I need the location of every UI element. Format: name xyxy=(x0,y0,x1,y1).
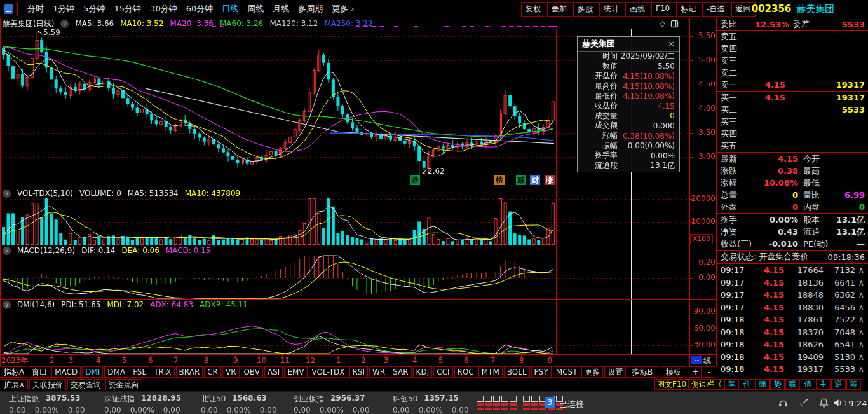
period-tab-1分钟[interactable]: 1分钟 xyxy=(53,3,74,15)
panel-tab-关联报价[interactable]: 关联报价 xyxy=(29,379,66,390)
indicator-tab-更多[interactable]: 更多 xyxy=(581,366,603,378)
status-index-北证50[interactable]: 北证501568.630.000.00%0.00 xyxy=(201,394,277,414)
button-+[interactable]: + xyxy=(689,366,702,378)
indicator-tab-OBV[interactable]: OBV xyxy=(241,366,264,378)
indicator-tab-FSL[interactable]: FSL xyxy=(130,366,149,378)
period-tab-30分钟[interactable]: 30分钟 xyxy=(150,3,177,15)
chart-badge-财[interactable]: 财 xyxy=(530,175,540,185)
indicator-tab-VOL-TDX[interactable]: VOL-TDX xyxy=(309,366,348,378)
indicator-tab-设置[interactable]: 设置 xyxy=(604,366,626,378)
chevron-down-icon[interactable]: ∨ xyxy=(3,190,11,198)
sidebar-tab-笔[interactable]: 笔 xyxy=(724,379,739,390)
button-侧边栏《[interactable]: 侧边栏《 xyxy=(689,379,724,390)
panel-tab-交易查询[interactable]: 交易查询 xyxy=(67,379,104,390)
sidebar-tab-筹[interactable]: 筹 xyxy=(846,379,861,390)
indicator-tab-EMV[interactable]: EMV xyxy=(284,366,307,378)
sidebar-tab-主[interactable]: 主 xyxy=(816,379,831,390)
toolbar-button-复权[interactable]: 复权 xyxy=(521,2,545,17)
period-tab-周线[interactable]: 周线 xyxy=(247,3,264,15)
chart-badge-减[interactable]: 减 xyxy=(516,175,526,185)
bell-icon[interactable] xyxy=(818,397,829,408)
indicator-tab-SAR[interactable]: SAR xyxy=(390,366,411,378)
chart-badge-涨[interactable]: 涨 xyxy=(545,175,555,185)
button-模板[interactable]: 模板 xyxy=(661,366,686,378)
scrollbar-thumb[interactable]: -- xyxy=(691,356,702,364)
indicator-tab-MACD[interactable]: MACD xyxy=(51,366,81,378)
secondary-tab-bar: 扩展∧关联报价交易查询资金流向 图文F10侧边栏《笔价细势联值主逆筹 xyxy=(0,379,868,390)
status-index-上证指数[interactable]: 上证指数3875.530.000.00%0.00 xyxy=(9,394,85,414)
sidebar-tab-逆[interactable]: 逆 xyxy=(831,379,846,390)
indicator-tab-DMI[interactable]: DMI xyxy=(82,366,103,378)
chevron-down-icon[interactable]: ∨ xyxy=(3,247,11,255)
period-tab-60分钟[interactable]: 60分钟 xyxy=(186,3,214,15)
period-tab-分时[interactable]: 分时 xyxy=(27,3,44,15)
chart-badge-榜[interactable]: 榜 xyxy=(494,175,505,185)
satellite-dish-icon[interactable] xyxy=(798,397,809,408)
indicator-tab-DMA[interactable]: DMA xyxy=(104,366,128,378)
month-label-2: 2 xyxy=(50,356,55,366)
level-label: 买五 xyxy=(721,141,745,152)
indicator-tab-ASI[interactable]: ASI xyxy=(264,366,283,378)
toolbar-button-画线[interactable]: 画线 xyxy=(625,2,649,17)
speaker-icon[interactable] xyxy=(832,397,843,408)
toolbar-button-F10[interactable]: F10 xyxy=(651,2,674,17)
panel-tab-资金流向[interactable]: 资金流向 xyxy=(105,379,142,390)
indicator-tab-CCI[interactable]: CCI xyxy=(433,366,452,378)
tooltip-label: 成交额 xyxy=(582,120,618,131)
toolbar-button-统计[interactable]: 统计 xyxy=(599,2,623,17)
indicator-tab-TRIX[interactable]: TRIX xyxy=(151,366,174,378)
sidebar-tab-值[interactable]: 值 xyxy=(801,379,815,390)
status-index-创业板指[interactable]: 创业板指2956.370.000.00%0.00 xyxy=(294,394,370,414)
level-label: 买三 xyxy=(721,116,745,128)
button--[interactable]: - xyxy=(703,366,715,378)
indicator-tab-MTM[interactable]: MTM xyxy=(478,366,503,378)
toolbar-button-多股[interactable]: 多股 xyxy=(573,2,597,17)
month-label-10: 10 xyxy=(257,356,266,366)
connection-badge[interactable]: 3 xyxy=(545,397,555,408)
button-指标B[interactable]: 指标B xyxy=(627,366,658,378)
month-label-1: 1 xyxy=(336,356,341,366)
indicator-tab-窗口[interactable]: 窗口 xyxy=(29,366,50,378)
indicator-tab-BRAR[interactable]: BRAR xyxy=(176,366,203,378)
indicator-tab-指标A[interactable]: 指标A xyxy=(1,366,27,378)
sidebar-tab-势[interactable]: 势 xyxy=(770,379,785,390)
indicator-tab-BOLL[interactable]: BOLL xyxy=(504,366,530,378)
period-tab-15分钟[interactable]: 15分钟 xyxy=(114,3,142,15)
chart-badge-跌[interactable]: 跌 xyxy=(410,175,420,185)
diamond-icon[interactable]: ◇ xyxy=(660,19,665,28)
toolbar-button-叠加[interactable]: 叠加 xyxy=(547,2,571,17)
indicator-tab-PSY[interactable]: PSY xyxy=(531,366,552,378)
tooltip-label: 流通股 xyxy=(582,160,618,171)
app-menu-icon[interactable] xyxy=(4,4,13,14)
tooltip-value: 0.000 xyxy=(618,121,675,130)
tooltip-label: 涨幅 xyxy=(582,130,618,141)
period-tab-更多 ›[interactable]: 更多 › xyxy=(332,3,354,15)
indicator-tab-KDJ[interactable]: KDJ xyxy=(413,366,433,378)
indicator-tab-RSI[interactable]: RSI xyxy=(349,366,369,378)
chevron-down-icon[interactable]: ∨ xyxy=(3,301,11,309)
status-index-科创50[interactable]: 科创501357.150.000.00%0.00 xyxy=(393,394,469,414)
sidebar-tab-价[interactable]: 价 xyxy=(740,379,754,390)
indicator-tab-MCST[interactable]: MCST xyxy=(553,366,581,378)
indicator-tab-WR[interactable]: WR xyxy=(369,366,388,378)
period-tab-5分钟[interactable]: 5分钟 xyxy=(83,3,105,15)
status-index-深证成指[interactable]: 深证成指12828.950.000.00%0.00 xyxy=(104,394,181,414)
indicator-tab-ROC[interactable]: ROC xyxy=(454,366,477,378)
panel-tab-扩展∧[interactable]: 扩展∧ xyxy=(1,379,28,390)
button-图文F10[interactable]: 图文F10 xyxy=(654,379,689,390)
page-icon[interactable] xyxy=(670,20,679,28)
toolbar-button-标记[interactable]: 标记 xyxy=(676,2,700,17)
close-icon[interactable]: × xyxy=(668,37,675,51)
indicator-tab-CR[interactable]: CR xyxy=(204,366,221,378)
axis-tick-4.50: 4.50 xyxy=(690,79,715,88)
sidebar-tab-联[interactable]: 联 xyxy=(785,379,800,390)
period-tab-月线[interactable]: 月线 xyxy=(273,3,289,15)
axis-tick-20000: 20000 xyxy=(690,194,715,203)
period-tab-多周期[interactable]: 多周期 xyxy=(298,3,323,15)
period-tab-日线[interactable]: 日线 xyxy=(222,3,238,15)
sidebar-tab-细[interactable]: 细 xyxy=(755,379,770,390)
headset-icon[interactable] xyxy=(778,397,789,408)
chevron-down-icon[interactable]: ∨ xyxy=(60,20,69,28)
indicator-tab-VR[interactable]: VR xyxy=(222,366,240,378)
tooltip-row: 流通股13.1亿 xyxy=(578,161,679,171)
